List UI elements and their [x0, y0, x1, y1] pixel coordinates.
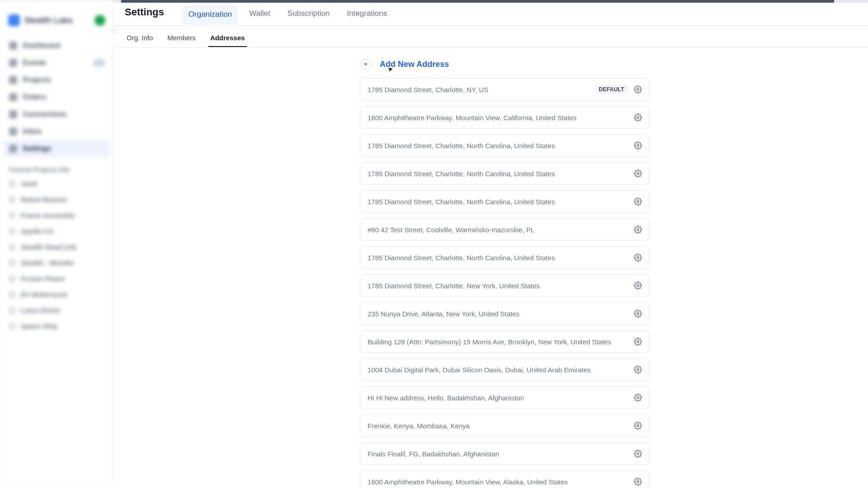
- tab-integrations[interactable]: Integrations: [340, 5, 393, 25]
- gear-icon[interactable]: [633, 393, 642, 402]
- address-row: 1785 Diamond Street, Charlotte, North Ca…: [360, 162, 649, 185]
- address-row: 1785 Diamond Street, Charlotte, New York…: [360, 274, 649, 297]
- nav-icon: [9, 110, 17, 118]
- address-row: 1600 Amphitheatre Parkway, Mountain View…: [360, 106, 649, 129]
- address-row: 1785 Diamond Street, Charlotte, North Ca…: [360, 246, 649, 269]
- address-row: #80 42 Test Street, Coolville, Warmińsko…: [360, 218, 649, 241]
- sidebar-item-projects[interactable]: Projects: [4, 71, 110, 89]
- avatar[interactable]: [94, 15, 105, 26]
- address-text: 1785 Diamond Street, Charlotte, North Ca…: [368, 142, 633, 150]
- favorite-project-item[interactable]: Space Ship: [4, 318, 110, 334]
- address-row: HI Hi New address, Hello, Badakhshan, Af…: [360, 386, 649, 409]
- plus-icon: +: [360, 58, 372, 70]
- sidebar-collapse-handle[interactable]: ‹: [110, 26, 118, 33]
- address-text: 1785 Diamond Street, Charlotte, North Ca…: [368, 254, 633, 262]
- gear-icon[interactable]: [633, 85, 642, 94]
- tab-subscription[interactable]: Subscription: [281, 5, 336, 25]
- svg-point-2: [637, 145, 639, 147]
- sub-tabs: Org. InfoMembersAddresses: [114, 26, 868, 47]
- gear-icon[interactable]: [633, 477, 642, 486]
- sidebar-item-orders[interactable]: Orders: [4, 89, 110, 106]
- sidebar-item-inbox[interactable]: Inbox: [4, 123, 110, 140]
- nav-icon: [9, 145, 17, 153]
- gear-icon[interactable]: [633, 113, 642, 122]
- sidebar-item-label: Events: [23, 59, 46, 67]
- project-label: Frame Assembly: [21, 211, 75, 219]
- project-dot-icon: [9, 323, 15, 329]
- sidebar-item-label: Dashboard: [23, 42, 61, 50]
- project-dot-icon: [9, 244, 15, 250]
- tab-organization[interactable]: Organization: [182, 5, 238, 24]
- svg-point-8: [637, 313, 639, 315]
- project-label: Stealth Road (v0): [21, 243, 76, 251]
- sidebar-item-dashboard[interactable]: Dashboard: [4, 37, 110, 54]
- favorite-project-item[interactable]: Vault: [4, 176, 110, 192]
- svg-point-7: [637, 285, 639, 287]
- sidebar-item-label: Connections: [23, 110, 66, 118]
- gear-icon[interactable]: [633, 141, 642, 150]
- svg-point-13: [637, 453, 639, 455]
- address-text: Building 128 (Attn: Partsimony) 19 Morri…: [368, 338, 633, 346]
- svg-point-0: [637, 89, 639, 91]
- address-text: 1600 Amphitheatre Parkway, Mountain View…: [368, 478, 633, 486]
- sidebar-section-title: Favorite Projects (10): [4, 157, 110, 176]
- favorite-project-item[interactable]: Stealth - Wonder: [4, 255, 110, 271]
- gear-icon[interactable]: [633, 449, 642, 458]
- subtab-org-info[interactable]: Org. Info: [125, 31, 155, 47]
- favorite-project-item[interactable]: EV Motorcycle: [4, 286, 110, 302]
- address-text: #80 42 Test Street, Coolville, Warmińsko…: [368, 226, 633, 234]
- subtab-members[interactable]: Members: [165, 31, 198, 47]
- favorite-project-item[interactable]: Lotus Emira: [4, 302, 110, 318]
- address-row: 1004 Dubai Digital Park, Dubai Silicon O…: [360, 358, 649, 381]
- project-dot-icon: [9, 212, 15, 219]
- favorite-project-item[interactable]: Robot Reactor: [4, 192, 110, 207]
- sidebar-nav: DashboardEventsProjectsOrdersConnections…: [4, 37, 110, 157]
- sidebar-item-label: Projects: [23, 76, 51, 84]
- sidebar: Stealth Labs DashboardEventsProjectsOrde…: [0, 0, 114, 488]
- gear-icon[interactable]: [633, 337, 642, 346]
- project-label: Robot Reactor: [21, 196, 67, 203]
- add-new-address-button[interactable]: + Add New Address ➤: [360, 58, 649, 70]
- gear-icon[interactable]: [633, 421, 642, 430]
- svg-point-12: [637, 425, 639, 427]
- nav-badge: [94, 59, 104, 66]
- nav-icon: [9, 59, 17, 67]
- gear-icon[interactable]: [633, 169, 642, 178]
- address-text: 1785 Diamond Street, Charlotte, North Ca…: [368, 198, 633, 206]
- sidebar-item-settings[interactable]: Settings: [4, 140, 110, 157]
- gear-icon[interactable]: [633, 309, 642, 318]
- gear-icon[interactable]: [633, 253, 642, 262]
- project-dot-icon: [9, 181, 15, 187]
- gear-icon[interactable]: [633, 281, 642, 290]
- favorite-project-item[interactable]: Stealth Road (v0): [4, 239, 110, 255]
- gear-icon[interactable]: [633, 365, 642, 374]
- address-row: 1785 Diamond Street, Charlotte, North Ca…: [360, 190, 649, 213]
- svg-point-4: [637, 201, 639, 203]
- sidebar-item-events[interactable]: Events: [4, 54, 110, 71]
- address-row: Finals Finalll, FG, Badakhshan, Afghanis…: [360, 442, 649, 465]
- project-label: EV Motorcycle: [21, 291, 67, 298]
- project-label: Space Ship: [21, 322, 57, 330]
- brand-logo-icon: [8, 14, 20, 26]
- gear-icon[interactable]: [633, 197, 642, 206]
- nav-icon: [9, 76, 17, 84]
- address-text: 1785 Diamond Street, Charlotte, New York…: [368, 282, 633, 290]
- main: Settings OrganizationWalletSubscriptionI…: [114, 0, 868, 488]
- tab-wallet[interactable]: Wallet: [243, 5, 277, 25]
- favorite-project-item[interactable]: Fusion Power: [4, 271, 110, 286]
- gear-icon[interactable]: [633, 225, 642, 234]
- subtab-addresses[interactable]: Addresses: [208, 31, 247, 47]
- brand-row: Stealth Labs: [4, 4, 110, 34]
- favorite-project-item[interactable]: Frame Assembly: [4, 207, 110, 223]
- project-label: Fusion Power: [21, 275, 65, 282]
- default-badge: DEFAULT: [595, 85, 628, 94]
- favorite-project-item[interactable]: Apollo 5.0: [4, 223, 110, 239]
- project-dot-icon: [9, 228, 15, 235]
- address-row: 1600 Amphitheatre Parkway, Mountain View…: [360, 470, 649, 488]
- sidebar-item-connections[interactable]: Connections: [4, 106, 110, 123]
- svg-point-6: [637, 257, 639, 259]
- address-text: 1600 Amphitheatre Parkway, Mountain View…: [368, 114, 633, 122]
- content-scroll[interactable]: + Add New Address ➤ 1785 Diamond Street,…: [114, 47, 868, 488]
- address-text: 1785 Diamond Street, Charlotte, North Ca…: [368, 170, 633, 178]
- project-dot-icon: [9, 276, 15, 282]
